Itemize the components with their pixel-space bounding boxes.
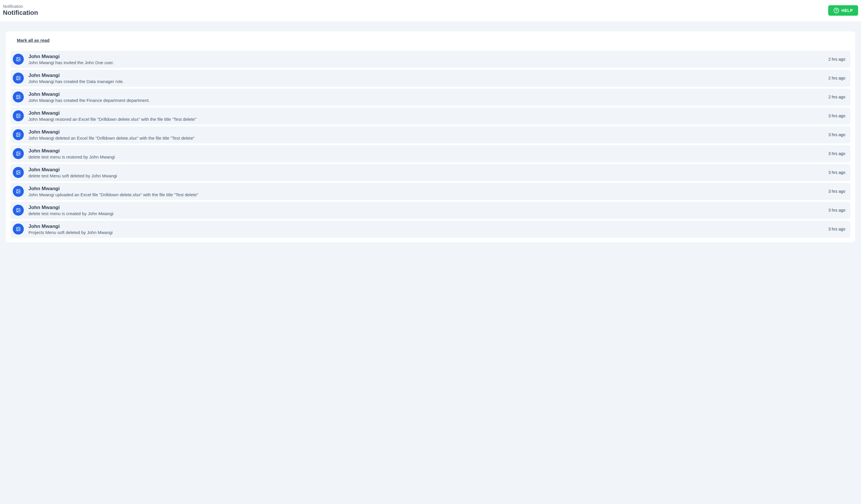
page-title: Notification [3,9,38,17]
notification-time: 2 hrs ago [829,76,845,80]
help-button-label: HELP [842,8,853,13]
notification-message: John Mwangi deleted an Excel file "Drill… [28,136,824,140]
notification-item[interactable]: John Mwangidelete test menu is restored … [11,145,850,162]
notification-user: John Mwangi [28,167,824,173]
page-header: Notification Notification HELP [0,0,861,22]
notification-time: 2 hrs ago [829,95,845,99]
notification-message: delete test menu is created by John Mwan… [28,211,824,216]
avatar [13,110,24,121]
notification-message: John Mwangi has created the Data manager… [28,79,824,84]
notification-content: John Mwangidelete test menu is created b… [28,205,824,216]
avatar [13,205,24,216]
notification-time: 3 hrs ago [829,208,845,213]
avatar [13,129,24,140]
notification-content: John Mwangidelete test menu is restored … [28,148,824,159]
notification-item[interactable]: John MwangiJohn Mwangi restored an Excel… [11,107,850,125]
notification-item[interactable]: John Mwangidelete test menu is created b… [11,202,850,219]
notification-message: John Mwangi has created the Finance depa… [28,98,824,103]
notification-item[interactable]: John MwangiJohn Mwangi deleted an Excel … [11,126,850,144]
notification-time: 3 hrs ago [829,189,845,194]
header-left: Notification Notification [3,4,38,17]
notification-content: John MwangiJohn Mwangi has created the D… [28,72,824,84]
notification-time: 2 hrs ago [829,57,845,62]
svg-point-15 [17,172,18,172]
notification-content: John MwangiJohn Mwangi deleted an Excel … [28,129,824,140]
avatar [13,148,24,159]
mark-all-read-link[interactable]: Mark all as read [17,38,50,43]
notification-item[interactable]: John MwangiProjects Menu soft deleted by… [11,221,850,238]
notification-message: John Mwangi restored an Excel file "Dril… [28,117,824,122]
notification-item[interactable]: John MwangiJohn Mwangi has created the D… [11,70,850,87]
svg-point-9 [17,115,18,115]
svg-point-13 [17,153,18,153]
notification-message: John Mwangi has invited the John Doe use… [28,60,824,65]
notification-list: John MwangiJohn Mwangi has invited the J… [11,51,850,238]
svg-point-5 [17,77,18,78]
avatar [13,92,24,103]
notification-user: John Mwangi [28,54,824,59]
notification-time: 3 hrs ago [829,132,845,137]
notification-item[interactable]: John MwangiJohn Mwangi uploaded an Excel… [11,183,850,200]
notification-message: John Mwangi uploaded an Excel file "Dril… [28,192,824,197]
notification-content: John MwangiJohn Mwangi uploaded an Excel… [28,186,824,197]
avatar [13,186,24,197]
notification-time: 3 hrs ago [829,113,845,118]
notification-content: John MwangiJohn Mwangi restored an Excel… [28,110,824,122]
help-circle-icon [833,8,839,13]
notification-item[interactable]: John MwangiJohn Mwangi has invited the J… [11,51,850,68]
notification-time: 3 hrs ago [829,151,845,156]
avatar [13,72,24,84]
notification-message: Projects Menu soft deleted by John Mwang… [28,230,824,235]
breadcrumb: Notification [3,4,38,9]
svg-point-17 [17,190,18,191]
notification-content: John MwangiJohn Mwangi has created the F… [28,92,824,103]
svg-point-19 [17,209,18,210]
svg-point-11 [17,134,18,134]
notification-user: John Mwangi [28,223,824,229]
notification-time: 3 hrs ago [829,170,845,175]
svg-point-3 [17,58,18,59]
notification-user: John Mwangi [28,205,824,210]
notification-panel: Mark all as read John MwangiJohn Mwangi … [6,31,855,242]
avatar [13,54,24,65]
notification-user: John Mwangi [28,92,824,97]
avatar [13,223,24,235]
notification-user: John Mwangi [28,148,824,154]
avatar [13,167,24,178]
notification-content: John Mwangidelete test Menu soft deleted… [28,167,824,178]
notification-content: John MwangiProjects Menu soft deleted by… [28,223,824,235]
svg-point-7 [17,96,18,97]
svg-point-21 [17,228,18,229]
notification-user: John Mwangi [28,110,824,116]
notification-time: 3 hrs ago [829,227,845,231]
notification-user: John Mwangi [28,186,824,192]
notification-message: delete test menu is restored by John Mwa… [28,154,824,159]
notification-item[interactable]: John Mwangidelete test Menu soft deleted… [11,164,850,181]
notification-item[interactable]: John MwangiJohn Mwangi has created the F… [11,88,850,106]
notification-content: John MwangiJohn Mwangi has invited the J… [28,54,824,65]
notification-user: John Mwangi [28,129,824,135]
notification-user: John Mwangi [28,72,824,78]
notification-message: delete test Menu soft deleted by John Mw… [28,173,824,178]
main-content: Mark all as read John MwangiJohn Mwangi … [0,22,861,504]
help-button[interactable]: HELP [828,5,858,16]
